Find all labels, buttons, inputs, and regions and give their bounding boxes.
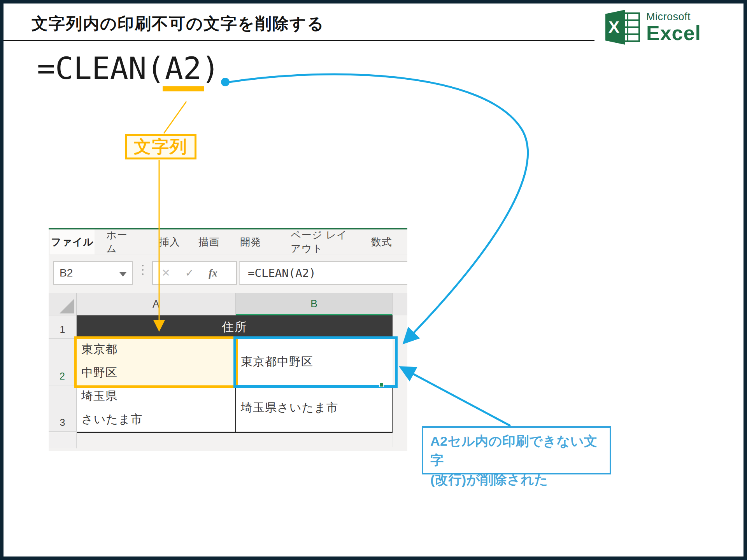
column-header-b[interactable]: B xyxy=(236,293,393,315)
row-header-4-partial xyxy=(49,433,77,448)
ribbon-tab-bar: ファイル ホーム 挿入 描画 開発 ページ レイアウト 数式 xyxy=(49,229,407,254)
select-all-button[interactable] xyxy=(49,293,77,315)
formula-suffix: ) xyxy=(202,51,220,86)
tab-home[interactable]: ホーム xyxy=(106,229,133,254)
row-header-2[interactable]: 2 xyxy=(49,339,77,385)
column-header-row: A B xyxy=(49,293,407,315)
gridline xyxy=(393,433,393,447)
tab-formulas[interactable]: 数式 xyxy=(369,229,395,254)
a2-highlight-box xyxy=(74,336,238,388)
row-header-3[interactable]: 3 xyxy=(49,385,77,432)
cell-b3-value: 埼玉県さいたま市 xyxy=(241,400,338,416)
insert-function-icon[interactable]: fx xyxy=(209,267,217,279)
name-box[interactable]: B2 xyxy=(53,261,133,285)
string-label-box: 文字列 xyxy=(125,134,196,159)
string-label: 文字列 xyxy=(134,135,188,158)
tab-insert[interactable]: 挿入 xyxy=(158,229,182,254)
tab-draw[interactable]: 描画 xyxy=(197,229,221,254)
argument-underline xyxy=(163,86,204,91)
formula-prefix: =CLEAN( xyxy=(37,51,165,86)
cell-a3-line1: 埼玉県 xyxy=(81,388,117,404)
tab-file[interactable]: ファイル xyxy=(50,229,95,254)
title-divider xyxy=(4,40,594,41)
row-header-1[interactable]: 1 xyxy=(49,315,77,339)
fill-handle[interactable] xyxy=(379,383,384,387)
drag-handle-icon[interactable] xyxy=(142,265,144,275)
formula-display: =CLEAN(A2) xyxy=(37,51,220,86)
slide: 文字列内の印刷不可の文字を削除する X Microsoft Excel =CLE… xyxy=(0,0,747,560)
formula-bar-row: B2 ✕ ✓ fx =CLEAN(A2) xyxy=(49,255,407,291)
name-box-value: B2 xyxy=(60,267,73,279)
cell-a1-merged[interactable]: 住所 xyxy=(77,315,393,339)
b2-selection-box xyxy=(233,336,398,388)
enter-icon[interactable]: ✓ xyxy=(185,267,194,279)
excel-screenshot: ファイル ホーム 挿入 描画 開発 ページ レイアウト 数式 B2 ✕ ✓ fx… xyxy=(49,228,407,451)
logo-excel-label: Excel xyxy=(646,23,701,43)
blue-callout-arrow xyxy=(401,368,510,426)
excel-x-icon: X xyxy=(603,10,625,45)
select-all-triangle-icon xyxy=(60,299,74,313)
excel-logo-text: Microsoft Excel xyxy=(646,12,701,43)
excel-logo-icon: X xyxy=(603,10,640,45)
result-callout-box: A2セル内の印刷できない文字 (改行)が削除された xyxy=(422,426,611,474)
gridline xyxy=(236,433,236,447)
formula-bar-buttons: ✕ ✓ fx xyxy=(152,261,237,285)
page-title: 文字列内の印刷不可の文字を削除する xyxy=(32,13,324,35)
logo-microsoft-label: Microsoft xyxy=(646,12,701,22)
curve-start-dot xyxy=(221,78,230,86)
cell-a3-line2: さいたま市 xyxy=(81,411,143,427)
table-bottom-border xyxy=(77,432,393,433)
formula-bar-input[interactable]: =CLEAN(A2) xyxy=(239,261,407,285)
callout-line2: (改行)が削除された xyxy=(430,470,603,489)
column-header-a[interactable]: A xyxy=(77,293,236,315)
cancel-icon[interactable]: ✕ xyxy=(161,267,170,279)
callout-line1: A2セル内の印刷できない文字 xyxy=(430,432,603,470)
formula-bar-value: =CLEAN(A2) xyxy=(248,266,316,280)
tab-page-layout[interactable]: ページ レイアウト xyxy=(291,229,351,254)
formula-argument: A2 xyxy=(165,51,202,86)
excel-logo: X Microsoft Excel xyxy=(603,10,701,45)
orange-connector-line xyxy=(164,102,186,133)
tab-developer[interactable]: 開発 xyxy=(238,229,263,254)
chevron-down-icon[interactable] xyxy=(119,272,126,276)
